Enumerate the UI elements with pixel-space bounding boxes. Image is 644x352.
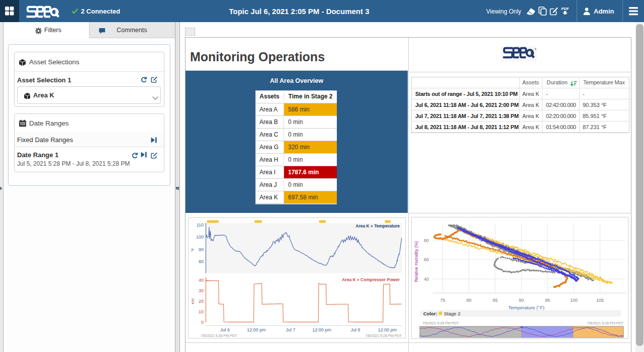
svg-text:PDF: PDF — [562, 7, 569, 11]
svg-text:100: 100 — [570, 298, 578, 303]
svg-text:Jul 7: Jul 7 — [286, 327, 295, 332]
svg-text:7/8/2021 5:28 PM PDT: 7/8/2021 5:28 PM PDT — [587, 321, 624, 325]
svg-text:12:00 pm: 12:00 pm — [378, 327, 397, 332]
svg-text:kW: kW — [191, 298, 195, 304]
svg-text:Jul 6: Jul 6 — [220, 327, 230, 332]
svg-text:12:00 pm: 12:00 pm — [312, 327, 331, 332]
svg-text:90: 90 — [199, 247, 204, 252]
svg-text:40: 40 — [199, 278, 204, 283]
svg-text:Relative Humidity (%): Relative Humidity (%) — [414, 241, 419, 282]
svg-text:105: 105 — [596, 298, 604, 303]
svg-text:30: 30 — [199, 288, 204, 293]
svg-text:110: 110 — [197, 222, 204, 227]
svg-text:Area K » Compressor Power: Area K » Compressor Power — [342, 277, 400, 282]
svg-text:85: 85 — [493, 298, 498, 303]
svg-text:Temperature (°F): Temperature (°F) — [508, 305, 544, 310]
svg-text:Area K » Temperature: Area K » Temperature — [355, 223, 400, 228]
svg-text:75: 75 — [440, 298, 445, 303]
svg-text:Jul 8: Jul 8 — [350, 327, 360, 332]
svg-text:7/8/2021 5:28 PM PDT: 7/8/2021 5:28 PM PDT — [365, 333, 402, 338]
svg-text:40: 40 — [424, 277, 429, 282]
svg-text:100: 100 — [196, 234, 204, 240]
svg-text:95: 95 — [545, 298, 550, 303]
svg-text:80: 80 — [199, 259, 204, 264]
svg-text:12:00 pm: 12:00 pm — [247, 327, 266, 332]
svg-text:80: 80 — [467, 298, 472, 303]
svg-text:°F: °F — [191, 248, 195, 252]
svg-text:80: 80 — [424, 238, 429, 243]
svg-text:10: 10 — [199, 309, 204, 314]
svg-text:20: 20 — [199, 299, 204, 304]
svg-text:Color:: Color: — [423, 311, 437, 316]
svg-text:0: 0 — [201, 320, 204, 325]
svg-text:Stage 2: Stage 2 — [444, 311, 461, 316]
svg-text:60: 60 — [424, 257, 429, 262]
svg-text:7/5/2021 5:28 PM PDT: 7/5/2021 5:28 PM PDT — [422, 321, 459, 325]
svg-text:7/5/2021 5:28 PM PDT: 7/5/2021 5:28 PM PDT — [201, 333, 237, 338]
svg-text:90: 90 — [519, 298, 524, 303]
